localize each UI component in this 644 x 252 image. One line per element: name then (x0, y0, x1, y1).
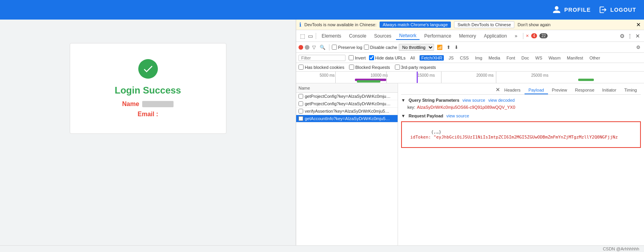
view-source-link[interactable]: view source (463, 98, 485, 103)
detail-tabs: ✕ Headers Payload Preview Response Initi… (401, 86, 641, 95)
search-icon[interactable]: 🔍 (318, 44, 327, 50)
close-devtools-icon[interactable]: ✕ (635, 33, 641, 39)
timeline-line-2 (386, 72, 387, 83)
blocked-requests-label[interactable]: Blocked Requests (349, 65, 390, 70)
filter-font[interactable]: Font (505, 55, 517, 61)
inspect-icon[interactable]: ⬚ (299, 33, 306, 39)
has-blocked-cookies-checkbox[interactable] (298, 65, 304, 70)
payload-section-header[interactable]: ▼ Request Payload view source (401, 113, 641, 118)
req-name-4: getAccountInfo?key=AIzaSyDrWrKc0mju5O... (305, 116, 391, 121)
tab-elements[interactable]: Elements (318, 32, 344, 40)
detail-tab-payload[interactable]: Payload (525, 86, 548, 94)
invert-checkbox[interactable] (349, 55, 354, 60)
request-item-2[interactable]: getProjectConfig?key=AIzaSyDrWrKc0mju5..… (296, 100, 398, 108)
has-blocked-cookies-label[interactable]: Has blocked cookies (298, 65, 344, 70)
device-icon[interactable]: ▭ (307, 33, 313, 39)
third-party-checkbox[interactable] (395, 65, 400, 70)
payload-value: "eyJhbGciOiJSUzI1NiIsImtpZCI6Im2MGI5ZGUw… (434, 135, 618, 140)
always-match-button[interactable]: Always match Chrome's language (380, 22, 451, 28)
filter-img[interactable]: Img (474, 55, 484, 61)
dont-show-button[interactable]: Don't show again (517, 22, 550, 27)
detail-tab-preview[interactable]: Preview (548, 86, 571, 94)
profile-label: PROFILE (564, 7, 591, 13)
name-value (142, 101, 174, 107)
blocked-requests-checkbox[interactable] (349, 65, 354, 70)
preserve-log-label[interactable]: Preserve log (332, 45, 362, 50)
tab-more[interactable]: » (512, 32, 521, 40)
timeline-bar: 5000 ms 10000 ms 15000 ms 20000 ms 25000… (296, 72, 644, 83)
timeline-line-1 (335, 72, 336, 83)
left-panel: Login Success Name Email : (0, 20, 296, 245)
filter-all[interactable]: All (409, 55, 416, 61)
tab-memory[interactable]: Memory (456, 32, 479, 40)
query-param-key: key: (407, 105, 415, 110)
payload-view-source-link[interactable]: view source (447, 113, 469, 118)
filter-manifest[interactable]: Manifest (565, 55, 585, 61)
email-row: Email : (94, 111, 203, 118)
query-param-row: key: AIzaSyDrWrKc0mju5OS66-c9Q91p089wQQV… (401, 104, 641, 110)
detail-tab-initiator[interactable]: Initiator (598, 86, 620, 94)
filter-doc[interactable]: Doc (520, 55, 531, 61)
clear-button[interactable] (305, 45, 309, 50)
payload-key: idToken: (410, 135, 431, 140)
throttling-select[interactable]: No throttling (399, 44, 434, 51)
logout-button[interactable]: LOGOUT (599, 5, 636, 14)
request-item-3[interactable]: verifyAssertion?key=AIzaSyDrWrKc0mju5OS.… (296, 108, 398, 115)
timeline-5000: 5000 ms (320, 73, 335, 77)
third-party-label[interactable]: 3rd-party requests (395, 65, 436, 70)
query-section-header[interactable]: ▼ Query String Parameters view source vi… (401, 98, 641, 103)
detail-close-button[interactable]: ✕ (496, 86, 500, 94)
req-name-2: getProjectConfig?key=AIzaSyDrWrKc0mju5..… (305, 101, 391, 106)
checkmark-icon (142, 63, 154, 75)
req-checkbox-3[interactable] (298, 109, 303, 113)
req-name-1: getProjectConfig?key=AIzaSyDrWrKc0mju5..… (305, 94, 391, 99)
download-icon[interactable]: ⬇ (453, 44, 459, 50)
gear-icon[interactable]: ⚙ (619, 33, 625, 39)
page-footer: CSDN @Arhhhhhh (0, 245, 644, 252)
tab-performance[interactable]: Performance (421, 32, 454, 40)
invert-label[interactable]: Invert (349, 55, 366, 60)
request-item-1[interactable]: getProjectConfig?key=AIzaSyDrWrKc0mju5..… (296, 93, 398, 100)
hide-data-urls-checkbox[interactable] (369, 55, 374, 60)
main-content: Login Success Name Email : ℹ DevTools is… (0, 20, 644, 245)
req-checkbox-2[interactable] (298, 101, 303, 106)
preserve-log-checkbox[interactable] (332, 45, 337, 50)
more-icon[interactable]: ⋮ (627, 33, 633, 39)
detail-tab-response[interactable]: Response (571, 86, 599, 94)
wifi-icon[interactable]: 📶 (436, 44, 444, 50)
filter-js[interactable]: JS (447, 55, 455, 61)
tab-network[interactable]: Network (396, 32, 420, 40)
devtools-infobar: ℹ DevTools is now available in Chinese: … (296, 20, 644, 30)
tab-console[interactable]: Console (346, 32, 369, 40)
tab-application[interactable]: Application (481, 32, 510, 40)
filter-other[interactable]: Other (588, 55, 602, 61)
email-label: Email : (137, 111, 158, 117)
disable-cache-checkbox[interactable] (364, 45, 369, 50)
filter-css[interactable]: CSS (458, 55, 470, 61)
settings-icon[interactable]: ⚙ (635, 44, 642, 50)
detail-tab-headers[interactable]: Headers (500, 86, 525, 94)
filter-icon[interactable]: ▽ (311, 44, 317, 50)
payload-content: idToken: "eyJhbGciOiJSUzI1NiIsImtpZCI6Im… (405, 135, 618, 140)
filter-media[interactable]: Media (487, 55, 502, 61)
req-checkbox-1[interactable] (298, 94, 303, 99)
req-checkbox-4[interactable] (298, 116, 303, 121)
hide-data-urls-label[interactable]: Hide data URLs (369, 55, 406, 60)
request-item-4[interactable]: getAccountInfo?key=AIzaSyDrWrKc0mju5O... (296, 115, 398, 122)
query-section-title: Query String Parameters (409, 98, 459, 103)
profile-button[interactable]: PROFILE (552, 5, 591, 14)
filter-ws[interactable]: WS (534, 55, 544, 61)
infobar-close-button[interactable]: ✕ (636, 22, 641, 28)
filter-input[interactable] (298, 55, 346, 61)
switch-devtools-button[interactable]: Switch DevTools to Chinese (454, 21, 514, 28)
upload-icon[interactable]: ⬆ (445, 44, 452, 50)
warn-badge: 22 (539, 33, 548, 38)
view-decoded-link[interactable]: view decoded (488, 98, 515, 103)
disable-cache-label[interactable]: Disable cache (364, 45, 397, 50)
detail-tab-timing[interactable]: Timing (620, 86, 641, 94)
filter-wasm[interactable]: Wasm (547, 55, 562, 61)
error-badge: 4 (531, 33, 537, 38)
tab-sources[interactable]: Sources (371, 32, 394, 40)
record-button[interactable] (298, 45, 303, 50)
filter-fetch-xhr[interactable]: Fetch/XHR (420, 55, 444, 61)
